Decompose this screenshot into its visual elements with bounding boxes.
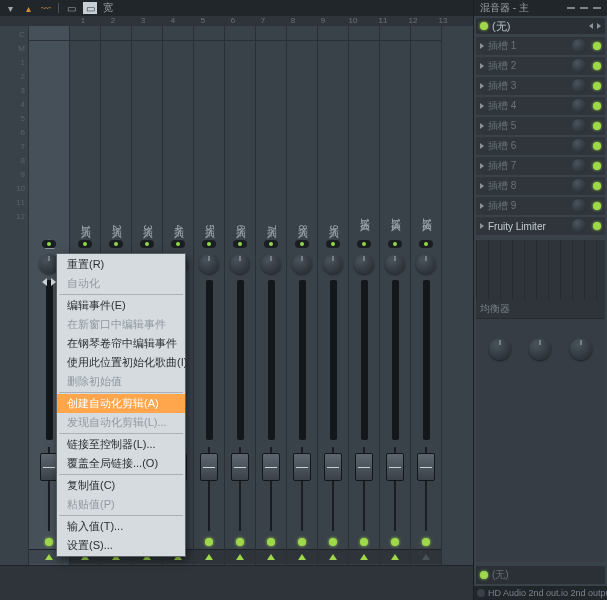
slot-label: 插槽 2 — [488, 59, 516, 73]
prev-icon[interactable] — [589, 23, 593, 29]
volume-fader[interactable] — [349, 443, 379, 535]
volume-fader[interactable] — [287, 443, 317, 535]
eq-knob-high[interactable] — [570, 338, 592, 360]
slot-knob[interactable] — [572, 119, 586, 133]
eq-knob-low[interactable] — [489, 338, 511, 360]
insert-strip[interactable]: 插入 9 — [317, 26, 348, 565]
route-button[interactable] — [287, 549, 317, 564]
fx-slot[interactable]: 插槽 1 — [476, 37, 605, 55]
preset-selector[interactable]: (无) — [476, 18, 605, 34]
insert-strip[interactable]: 插入 7 — [255, 26, 286, 565]
slot-knob[interactable] — [572, 139, 586, 153]
slot-led-icon[interactable] — [593, 42, 601, 50]
fx-slot[interactable]: 插槽 9 — [476, 197, 605, 215]
route-button[interactable] — [349, 549, 379, 564]
slot-knob[interactable] — [572, 39, 586, 53]
slot-knob[interactable] — [572, 159, 586, 173]
slot-led-icon[interactable] — [593, 202, 601, 210]
slot-knob[interactable] — [572, 79, 586, 93]
pan-knob[interactable] — [230, 254, 250, 274]
menu-item[interactable]: 在钢琴卷帘中编辑事件 — [57, 334, 185, 353]
route-button[interactable] — [411, 549, 441, 564]
insert-strip[interactable]: 插入 5 — [193, 26, 224, 565]
insert-strip[interactable]: 插入 6 — [224, 26, 255, 565]
mute-button[interactable] — [411, 535, 441, 549]
insert-strip[interactable]: 插入 8 — [286, 26, 317, 565]
route-button[interactable] — [256, 549, 286, 564]
volume-fader[interactable] — [225, 443, 255, 535]
eq-display[interactable] — [476, 240, 605, 300]
fx-slot[interactable]: 插槽 4 — [476, 97, 605, 115]
fx-slot[interactable]: Fruity Limiter — [476, 217, 605, 235]
mute-button[interactable] — [349, 535, 379, 549]
fx-slot[interactable]: 插槽 8 — [476, 177, 605, 195]
volume-fader[interactable] — [411, 443, 441, 535]
volume-fader[interactable] — [318, 443, 348, 535]
pan-knob[interactable] — [292, 254, 312, 274]
volume-fader[interactable] — [380, 443, 410, 535]
pan-knob[interactable] — [261, 254, 281, 274]
route-button[interactable] — [194, 549, 224, 564]
menu-item[interactable]: 创建自动化剪辑(A) — [57, 394, 185, 413]
fx-slot[interactable]: 插槽 2 — [476, 57, 605, 75]
eq-knob-mid[interactable] — [529, 338, 551, 360]
slot-led-icon[interactable] — [593, 142, 601, 150]
menu-item[interactable]: 设置(S)... — [57, 536, 185, 555]
menu-item[interactable]: 使用此位置初始化歌曲(I) — [57, 353, 185, 372]
window-controls[interactable] — [567, 7, 601, 9]
pan-knob[interactable] — [199, 254, 219, 274]
fx-slot[interactable]: 插槽 7 — [476, 157, 605, 175]
view1-icon[interactable]: ▭ — [65, 2, 77, 14]
fx-slot[interactable]: 插槽 5 — [476, 117, 605, 135]
wave-icon[interactable]: 〰 — [40, 2, 52, 14]
route-button[interactable] — [318, 549, 348, 564]
menu-item[interactable]: 编辑事件(E) — [57, 296, 185, 315]
pan-knob[interactable] — [323, 254, 343, 274]
level-meter — [268, 280, 275, 440]
menu-item[interactable]: 复制值(C) — [57, 476, 185, 495]
mute-button[interactable] — [225, 535, 255, 549]
menu-item[interactable]: 覆盖全局链接...(O) — [57, 454, 185, 473]
menu-item[interactable]: 链接至控制器(L)... — [57, 435, 185, 454]
slot-label: 插槽 9 — [488, 199, 516, 213]
mute-button[interactable] — [256, 535, 286, 549]
slot-knob[interactable] — [572, 219, 586, 233]
insert-strip[interactable]: 插入 10 — [348, 26, 379, 565]
route-button[interactable] — [380, 549, 410, 564]
level-meter — [237, 280, 244, 440]
insert-strip[interactable]: 插入 12 — [410, 26, 441, 565]
next-icon[interactable] — [597, 23, 601, 29]
tool-icon[interactable]: ▴ — [22, 2, 34, 14]
slot-led-icon[interactable] — [593, 82, 601, 90]
menu-icon[interactable]: ▾ — [4, 2, 16, 14]
menu-item[interactable]: 重置(R) — [57, 255, 185, 274]
volume-fader[interactable] — [194, 443, 224, 535]
insert-strip[interactable]: 插入 11 — [379, 26, 410, 565]
volume-fader[interactable] — [256, 443, 286, 535]
route-button[interactable] — [225, 549, 255, 564]
slot-knob[interactable] — [572, 199, 586, 213]
fx-slot[interactable]: 插槽 3 — [476, 77, 605, 95]
view2-icon[interactable]: ▭ — [83, 2, 97, 14]
slot-led-icon[interactable] — [593, 162, 601, 170]
slot-led-icon[interactable] — [593, 182, 601, 190]
mute-button[interactable] — [194, 535, 224, 549]
slot-led-icon[interactable] — [593, 122, 601, 130]
mute-button[interactable] — [318, 535, 348, 549]
fx-slot[interactable]: 插槽 6 — [476, 137, 605, 155]
output-device[interactable]: HD Audio 2nd out.io 2nd output 2 — [474, 586, 607, 600]
pan-knob[interactable] — [416, 254, 436, 274]
mute-button[interactable] — [380, 535, 410, 549]
slot-led-icon[interactable] — [593, 222, 601, 230]
slot-led-icon[interactable] — [593, 62, 601, 70]
slot-knob[interactable] — [572, 99, 586, 113]
slot-knob[interactable] — [572, 59, 586, 73]
pan-knob[interactable] — [385, 254, 405, 274]
pan-knob[interactable] — [354, 254, 374, 274]
slot-knob[interactable] — [572, 179, 586, 193]
output-selector[interactable]: (无) — [476, 566, 605, 584]
menu-item[interactable]: 输入值(T)... — [57, 517, 185, 536]
mute-button[interactable] — [287, 535, 317, 549]
slot-led-icon[interactable] — [593, 102, 601, 110]
side-num: 10 — [10, 182, 28, 196]
